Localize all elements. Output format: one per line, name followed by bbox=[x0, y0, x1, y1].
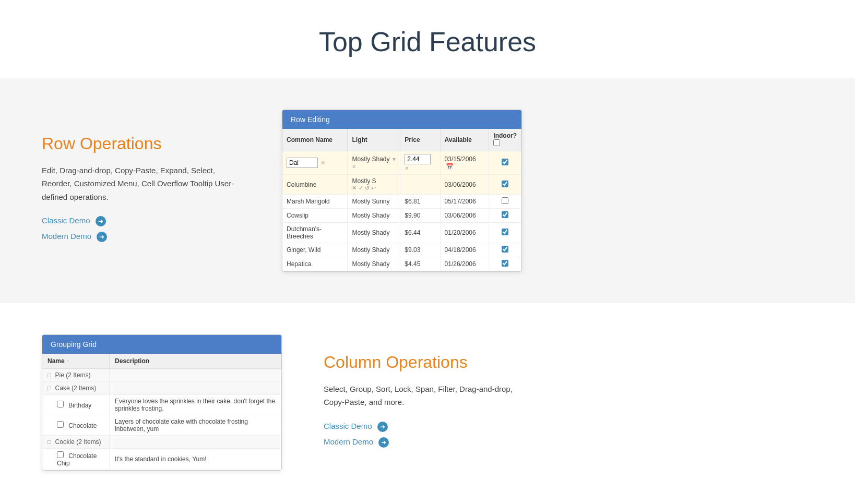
cell-available: 01/26/2006 bbox=[440, 257, 489, 271]
name-input[interactable] bbox=[287, 158, 318, 168]
col-ops-title: Column Operations bbox=[324, 353, 522, 372]
group-desc bbox=[110, 436, 281, 449]
row-operations-section: Row Operations Edit, Drag-and-drop, Copy… bbox=[0, 78, 855, 303]
classic-demo-arrow-icon: ➜ bbox=[377, 422, 388, 432]
cell-light: Mostly Shady bbox=[348, 223, 400, 243]
cell-name: Marsh Marigold bbox=[282, 195, 348, 209]
cell-available: 05/17/2006 bbox=[440, 195, 489, 209]
col-common-name: Common Name bbox=[282, 129, 348, 151]
expand-icon: □ bbox=[48, 371, 51, 379]
cell-indoor bbox=[489, 243, 521, 257]
cell-indoor bbox=[489, 257, 521, 271]
cell-description: Layers of chocolate cake with chocolate … bbox=[110, 415, 281, 436]
cell-indoor bbox=[489, 195, 521, 209]
cell-indoor bbox=[489, 175, 521, 195]
cell-name: Cowslip bbox=[282, 209, 348, 223]
item-checkbox[interactable] bbox=[57, 421, 64, 428]
indoor-checkbox[interactable] bbox=[502, 197, 508, 204]
modern-demo-arrow-icon: ➜ bbox=[378, 437, 389, 448]
modern-demo-arrow-icon: ➜ bbox=[97, 232, 107, 242]
cell-description: Everyone loves the sprinkles in their ca… bbox=[110, 395, 281, 415]
col-price: Price bbox=[400, 129, 440, 151]
table-row: Birthday Everyone loves the sprinkles in… bbox=[42, 395, 281, 415]
table-row: Chocolate Layers of chocolate cake with … bbox=[42, 415, 281, 436]
group-desc bbox=[110, 382, 281, 395]
row-ops-title: Row Operations bbox=[42, 134, 240, 153]
grouping-preview: Grouping Grid Name ↑ Description bbox=[42, 334, 282, 471]
indoor-checkbox[interactable] bbox=[502, 260, 508, 267]
cell-light: Mostly Shady ▾ ✕ bbox=[348, 151, 400, 175]
item-checkbox[interactable] bbox=[57, 451, 64, 458]
cell-name: Columbine bbox=[282, 175, 348, 195]
col-name: Name ↑ bbox=[42, 354, 110, 369]
cell-light: Mostly Shady bbox=[348, 243, 400, 257]
row-ops-classic-demo-link[interactable]: Classic Demo ➜ bbox=[42, 216, 240, 226]
table-row: Dutchman's-Breeches Mostly Shady $6.44 0… bbox=[282, 223, 521, 243]
indoor-checkbox[interactable] bbox=[502, 181, 508, 187]
col-ops-desc: Select, Group, Sort, Lock, Span, Filter,… bbox=[324, 382, 522, 409]
sort-icon: ↑ bbox=[67, 358, 69, 364]
item-checkbox[interactable] bbox=[57, 401, 64, 407]
table-row: Chocolate Chip It's the standard in cook… bbox=[42, 449, 281, 470]
cell-indoor bbox=[489, 151, 521, 175]
group-desc bbox=[110, 369, 281, 382]
indoor-checkbox[interactable] bbox=[502, 159, 508, 165]
col-ops-modern-demo-link[interactable]: Modern Demo ➜ bbox=[324, 437, 522, 448]
cell-available: 01/20/2006 bbox=[440, 223, 489, 243]
cell-price: $9.03 bbox=[400, 243, 440, 257]
indoor-checkbox[interactable] bbox=[502, 211, 508, 218]
cell-description: It's the standard in cookies, Yum! bbox=[110, 449, 281, 470]
cell-light: Mostly Shady bbox=[348, 257, 400, 271]
cell-available: 03/06/2006 bbox=[440, 209, 489, 223]
grouping-table: Name ↑ Description □ Pie (2 Items) bbox=[42, 354, 281, 470]
row-ops-desc: Edit, Drag-and-drop, Copy-Paste, Expand,… bbox=[42, 164, 240, 204]
cell-name: Chocolate bbox=[42, 415, 110, 436]
col-indoor: Indoor? bbox=[489, 129, 521, 151]
row-editing-table: Common Name Light Price Available Indoor… bbox=[282, 129, 521, 271]
table-row: ✕ Mostly Shady ▾ ✕ ✕ 03/15/2006 📅 bbox=[282, 151, 521, 175]
cell-indoor bbox=[489, 209, 521, 223]
expand-icon: □ bbox=[48, 438, 51, 446]
indoor-header-checkbox[interactable] bbox=[493, 139, 500, 146]
cell-available: 03/06/2006 bbox=[440, 175, 489, 195]
cell-name: Chocolate Chip bbox=[42, 449, 110, 470]
table-row: Cowslip Mostly Shady $9.90 03/06/2006 bbox=[282, 209, 521, 223]
cell-price: ✕ bbox=[400, 151, 440, 175]
group-name: □ Pie (2 Items) bbox=[42, 369, 110, 382]
page-title: Top Grid Features bbox=[10, 26, 845, 57]
indoor-checkbox[interactable] bbox=[502, 229, 508, 235]
table-row: Marsh Marigold Mostly Sunny $6.81 05/17/… bbox=[282, 195, 521, 209]
cell-price bbox=[400, 175, 440, 195]
table-row: Ginger, Wild Mostly Shady $9.03 04/18/20… bbox=[282, 243, 521, 257]
row-editing-header: Row Editing bbox=[282, 110, 521, 129]
table-row: Hepatica Mostly Shady $4.45 01/26/2006 bbox=[282, 257, 521, 271]
indoor-checkbox[interactable] bbox=[502, 246, 508, 253]
cell-price: $6.44 bbox=[400, 223, 440, 243]
col-ops-classic-demo-link[interactable]: Classic Demo ➜ bbox=[324, 422, 522, 432]
page-header: Top Grid Features bbox=[0, 0, 855, 78]
cell-available: 03/15/2006 📅 bbox=[440, 151, 489, 175]
grouping-header: Grouping Grid bbox=[42, 335, 281, 354]
col-available: Available bbox=[440, 129, 489, 151]
cell-available: 04/18/2006 bbox=[440, 243, 489, 257]
cell-name: Ginger, Wild bbox=[282, 243, 348, 257]
row-editing-preview: Row Editing Common Name Light Price Avai… bbox=[282, 110, 522, 272]
price-input[interactable] bbox=[405, 154, 431, 164]
cell-name: Dutchman's-Breeches bbox=[282, 223, 348, 243]
cell-light: Mostly Sunny bbox=[348, 195, 400, 209]
table-row: □ Pie (2 Items) bbox=[42, 369, 281, 382]
table-header-row: Name ↑ Description bbox=[42, 354, 281, 369]
group-name: □ Cake (2 Items) bbox=[42, 382, 110, 395]
cell-light: Mostly Shady bbox=[348, 209, 400, 223]
table-row: □ Cookie (2 Items) bbox=[42, 436, 281, 449]
cell-name: ✕ bbox=[282, 151, 348, 175]
cell-name: Hepatica bbox=[282, 257, 348, 271]
table-row: Columbine Mostly S ✕ ✓ ↺ ↩ 03/06/2006 bbox=[282, 175, 521, 195]
table-row: □ Cake (2 Items) bbox=[42, 382, 281, 395]
cell-price: $9.90 bbox=[400, 209, 440, 223]
row-ops-modern-demo-link[interactable]: Modern Demo ➜ bbox=[42, 232, 240, 242]
cell-price: $4.45 bbox=[400, 257, 440, 271]
table-header-row: Common Name Light Price Available Indoor… bbox=[282, 129, 521, 151]
cell-name: Birthday bbox=[42, 395, 110, 415]
group-name: □ Cookie (2 Items) bbox=[42, 436, 110, 449]
